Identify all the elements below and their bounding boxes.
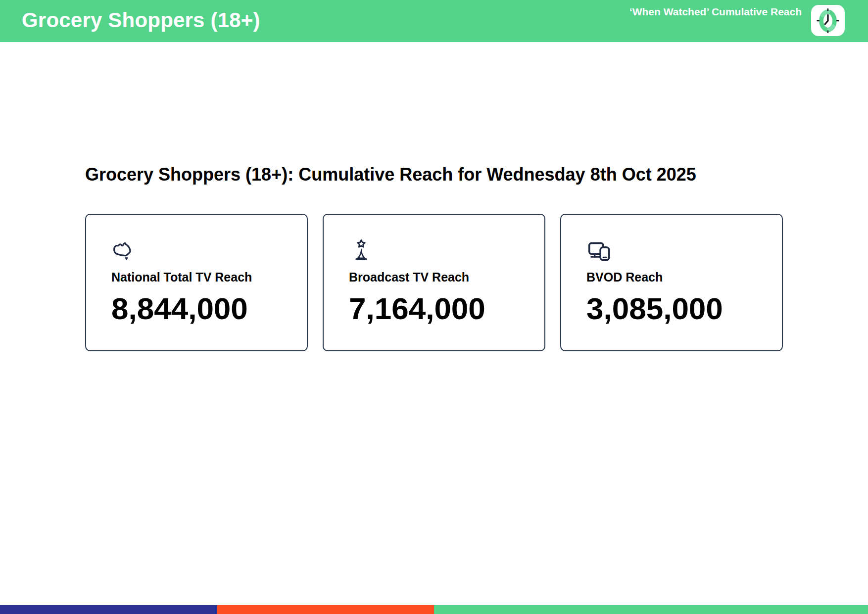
header-subtitle: ‘When Watched’ Cumulative Reach (629, 6, 802, 18)
card-broadcast-tv-reach: Broadcast TV Reach 7,164,000 (323, 214, 545, 351)
footer-segment-green (434, 605, 868, 614)
card-value: 8,844,000 (111, 293, 307, 324)
app-title: Grocery Shoppers (18+) (22, 8, 260, 32)
footer-segment-blue (0, 605, 217, 614)
devices-icon (586, 238, 611, 263)
footer-segment-orange (217, 605, 434, 614)
australia-map-icon (111, 238, 136, 263)
clock-icon (817, 8, 839, 33)
card-label: Broadcast TV Reach (349, 270, 544, 284)
card-value: 3,085,000 (586, 293, 782, 324)
footer-color-bar (0, 605, 868, 614)
broadcast-tower-icon (349, 238, 374, 263)
page-title: Grocery Shoppers (18+): Cumulative Reach… (85, 164, 696, 185)
card-value: 7,164,000 (349, 293, 544, 324)
metric-cards: National Total TV Reach 8,844,000 Broadc… (85, 214, 783, 351)
card-bvod-reach: BVOD Reach 3,085,000 (560, 214, 783, 351)
app-header: Grocery Shoppers (18+) ‘When Watched’ Cu… (0, 0, 868, 42)
card-label: National Total TV Reach (111, 270, 307, 284)
card-label: BVOD Reach (586, 270, 782, 284)
card-national-total-tv-reach: National Total TV Reach 8,844,000 (85, 214, 308, 351)
app-logo (811, 5, 845, 36)
